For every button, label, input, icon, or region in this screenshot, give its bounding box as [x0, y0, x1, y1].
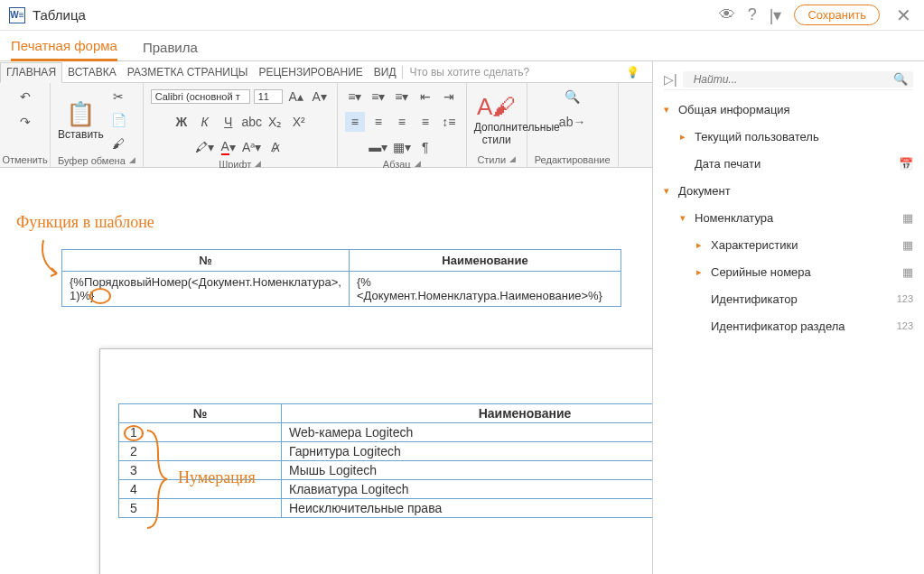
calendar-icon: 📅 [899, 157, 913, 171]
tree-item-characteristics[interactable]: ▸Характеристики▦ [664, 231, 913, 258]
decrease-indent-icon[interactable]: ⇤ [415, 87, 435, 106]
copy-icon[interactable]: 📄 [108, 110, 128, 130]
side-tree: ▾Общая информация ▸Текущий пользователь … [664, 96, 913, 339]
tab-rules[interactable]: Правила [143, 40, 198, 60]
char-case-icon[interactable]: Aᵃ▾ [242, 137, 262, 157]
ribbon-tab-review[interactable]: РЕЦЕНЗИРОВАНИЕ [253, 61, 368, 82]
table-icon: ▦ [902, 211, 913, 225]
multilevel-icon[interactable]: ≡▾ [392, 87, 412, 106]
table-row: 1Web-камера Logitech [119, 423, 653, 442]
ribbon-tab-insert[interactable]: ВСТАВКА [62, 61, 122, 82]
circle-highlight-icon [89, 288, 111, 304]
tell-me-box[interactable]: Что вы хотите сделать? 💡 [402, 66, 652, 79]
result-header-num: № [119, 404, 282, 423]
result-header-name: Наименование [282, 404, 653, 423]
italic-icon[interactable]: К [195, 112, 215, 132]
group-label-editing: Редактирование [535, 154, 611, 165]
tree-item-print-date[interactable]: ▸Дата печати📅 [664, 150, 913, 177]
tree-item-section-identifier[interactable]: ▸Идентификатор раздела123 [664, 312, 913, 339]
side-search-wrap[interactable]: 🔍 [683, 71, 913, 88]
bold-icon[interactable]: Ж [172, 112, 191, 132]
result-table: № Наименование 1Web-камера Logitech 2Гар… [118, 403, 652, 518]
close-icon[interactable]: ✕ [892, 5, 915, 26]
chevron-right-icon: ▸ [696, 239, 705, 251]
font-size-select[interactable]: 11 [254, 89, 283, 104]
type-badge: 123 [897, 293, 913, 304]
table-row: 4Клавиатура Logitech [119, 480, 653, 499]
tree-label: Документ [678, 184, 731, 198]
bullets-icon[interactable]: ≡▾ [345, 87, 365, 106]
subscript-icon[interactable]: X₂ [266, 112, 285, 132]
collapse-pane-icon[interactable]: ▷| [664, 72, 677, 87]
replace-icon[interactable]: ab→ [563, 112, 583, 132]
expand-icon[interactable]: ◢ [509, 154, 516, 165]
table-row: 5Неисключительные права [119, 499, 653, 518]
paste-button[interactable]: 📋 Вставить [58, 100, 103, 141]
highlight-icon[interactable]: 🖍▾ [195, 137, 215, 157]
ribbon-tab-layout[interactable]: РАЗМЕТКА СТРАНИЦЫ [122, 61, 254, 82]
borders-icon[interactable]: ▦▾ [392, 137, 412, 157]
increase-indent-icon[interactable]: ⇥ [439, 87, 459, 106]
align-center-icon[interactable]: ≡ [369, 112, 388, 132]
cut-icon[interactable]: ✂ [108, 87, 128, 106]
side-search-input[interactable] [688, 71, 893, 88]
undo-icon[interactable]: ↶ [15, 87, 35, 106]
help-icon[interactable]: ? [748, 5, 757, 24]
visibility-icon[interactable]: 👁 [719, 5, 735, 24]
tree-label: Идентификатор раздела [711, 319, 845, 333]
tab-print-form[interactable]: Печатная форма [11, 38, 117, 61]
save-button[interactable]: Сохранить [794, 5, 880, 25]
table-icon: ▦ [902, 265, 913, 279]
tell-me-placeholder: Что вы хотите сделать? [410, 66, 530, 79]
tree-label: Текущий пользователь [695, 130, 819, 144]
chevron-right-icon: ▸ [696, 266, 705, 278]
table-row: 3Мышь Logitech [119, 461, 653, 480]
tree-item-identifier[interactable]: ▸Идентификатор123 [664, 285, 913, 312]
row-name: Web-камера Logitech [282, 423, 653, 442]
show-marks-icon[interactable]: ¶ [415, 137, 435, 157]
tree-label: Идентификатор [711, 292, 798, 306]
decrease-font-icon[interactable]: A▾ [310, 87, 330, 106]
type-badge: 123 [897, 320, 913, 331]
shading-icon[interactable]: ▬▾ [369, 137, 388, 157]
tree-label: Серийные номера [711, 265, 811, 279]
tree-item-serial-numbers[interactable]: ▸Серийные номера▦ [664, 258, 913, 285]
template-cell-name[interactable]: {%<Документ.Номенклатура.Наименование>%} [349, 272, 621, 307]
format-painter-icon[interactable]: 🖌 [108, 134, 128, 153]
table-icon: ▦ [902, 238, 913, 252]
search-icon[interactable]: 🔍 [893, 72, 908, 86]
tree-item-current-user[interactable]: ▸Текущий пользователь [664, 123, 913, 150]
line-spacing-icon[interactable]: ↕≡ [439, 112, 459, 132]
font-color-icon[interactable]: A▾ [219, 137, 238, 157]
justify-icon[interactable]: ≡ [415, 112, 435, 132]
expand-icon[interactable]: ◢ [129, 155, 135, 166]
ribbon-tab-view[interactable]: ВИД [369, 61, 402, 82]
underline-icon[interactable]: Ч [219, 112, 238, 132]
clear-format-icon[interactable]: A̷ [266, 137, 285, 157]
ribbon-tab-main[interactable]: ГЛАВНАЯ [0, 62, 62, 83]
align-left-icon[interactable]: ≡ [345, 112, 365, 132]
increase-font-icon[interactable]: A▴ [286, 87, 306, 106]
chevron-down-icon: ▾ [664, 104, 673, 116]
tree-item-document[interactable]: ▾Документ [664, 177, 913, 204]
chevron-down-icon: ▾ [664, 185, 673, 197]
chevron-right-icon: ▸ [680, 131, 689, 143]
redo-icon[interactable]: ↷ [15, 112, 35, 132]
align-right-icon[interactable]: ≡ [392, 112, 412, 132]
window-title: Таблица [33, 7, 719, 23]
result-document: № Наименование 1Web-камера Logitech 2Гар… [99, 348, 652, 574]
styles-button[interactable]: A🖌 Дополнительные стили [474, 93, 519, 146]
superscript-icon[interactable]: X² [289, 112, 309, 132]
tree-item-general[interactable]: ▾Общая информация [664, 96, 913, 123]
tree-item-nomenclature[interactable]: ▾Номенклатура▦ [664, 204, 913, 231]
find-icon[interactable]: 🔍 [563, 87, 583, 106]
lightbulb-icon: 💡 [626, 66, 639, 79]
tree-label: Номенклатура [695, 211, 773, 225]
table-row: 2Гарнитура Logitech [119, 442, 653, 461]
font-name-select[interactable]: Calibri (основной т [151, 89, 250, 104]
group-label-clipboard: Буфер обмена [58, 155, 126, 166]
template-header-num: № [62, 250, 350, 272]
word-doc-icon: W≡ [9, 7, 25, 23]
numbering-icon[interactable]: ≡▾ [369, 87, 388, 106]
strike-icon[interactable]: abc [242, 112, 262, 132]
